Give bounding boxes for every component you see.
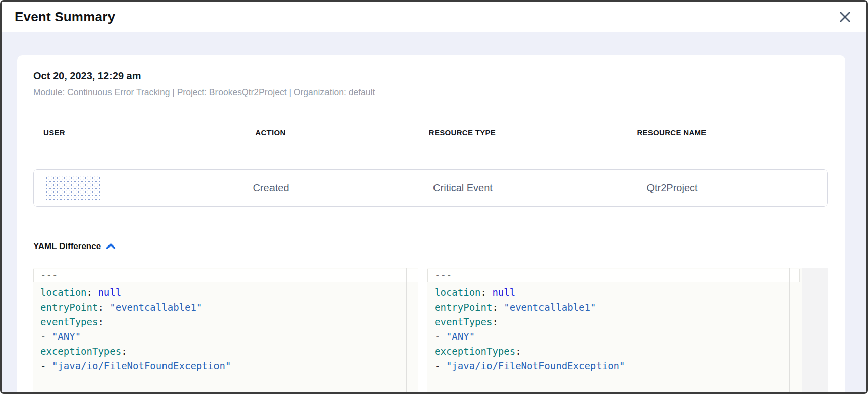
yaml-doc-separator-left: ---	[33, 269, 418, 282]
yaml-code-right: location: nullentryPoint: "eventcallable…	[427, 282, 828, 373]
column-header-user: USER	[33, 129, 220, 137]
column-header-action: ACTION	[220, 129, 321, 137]
event-card: Oct 20, 2023, 12:29 am Module: Continuou…	[17, 55, 845, 392]
column-header-resource-name: RESOURCE NAME	[604, 129, 740, 137]
resource-name-cell: Qtr2Project	[604, 182, 740, 194]
event-timestamp: Oct 20, 2023, 12:29 am	[33, 70, 828, 81]
scrollbar-track-right[interactable]	[802, 268, 828, 392]
yaml-difference-toggle[interactable]: YAML Difference	[33, 241, 144, 251]
event-summary-modal: Event Summary Oct 20, 2023, 12:29 am Mod…	[0, 0, 868, 394]
close-icon	[839, 11, 851, 23]
modal-header: Event Summary	[2, 2, 866, 32]
yaml-difference-label: YAML Difference	[33, 241, 101, 252]
page-title: Event Summary	[15, 9, 115, 25]
yaml-doc-separator-right: ---	[427, 269, 800, 282]
scrollbar-gutter-right	[789, 268, 790, 392]
event-meta: Module: Continuous Error Tracking | Proj…	[33, 87, 828, 97]
resource-type-cell: Critical Event	[321, 182, 604, 194]
redacted-user-pattern-icon	[45, 176, 101, 200]
yaml-code-left: location: nullentryPoint: "eventcallable…	[33, 282, 418, 373]
table-row: Created Critical Event Qtr2Project	[33, 169, 828, 207]
audit-table: USER ACTION RESOURCE TYPE RESOURCE NAME …	[33, 129, 828, 207]
column-header-resource-type: RESOURCE TYPE	[321, 129, 604, 137]
action-cell: Created	[221, 182, 321, 194]
scrollbar-gutter-left	[406, 268, 407, 392]
table-header-row: USER ACTION RESOURCE TYPE RESOURCE NAME	[33, 129, 828, 137]
user-cell	[34, 176, 221, 200]
modal-body: Oct 20, 2023, 12:29 am Module: Continuou…	[2, 32, 866, 392]
yaml-diff-view: --- location: nullentryPoint: "eventcall…	[33, 268, 828, 392]
close-button[interactable]	[838, 10, 851, 23]
chevron-up-icon	[106, 243, 116, 250]
yaml-pane-right[interactable]: --- location: nullentryPoint: "eventcall…	[427, 268, 828, 392]
yaml-pane-left[interactable]: --- location: nullentryPoint: "eventcall…	[33, 268, 418, 392]
